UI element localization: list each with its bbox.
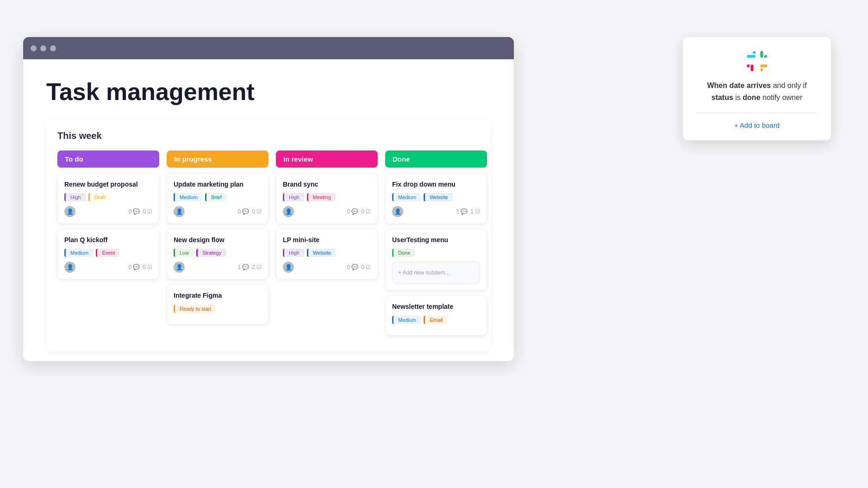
tag-website: Website — [424, 193, 453, 201]
tags-row: High Draft — [64, 193, 152, 201]
card-user-testing: UserTesting menu Done + Add new subitem.… — [385, 229, 487, 291]
tag-meeting: Meeting — [307, 193, 336, 201]
card-title: Integrate Figma — [174, 291, 262, 300]
column-todo: To do Renew budget proposal High Draft 👤 — [57, 150, 159, 340]
tag-done: Done — [392, 249, 415, 257]
card-footer: 👤 0 💬 0 ☑ — [64, 262, 152, 273]
tag-email: Email — [424, 316, 447, 324]
week-label: This week — [57, 131, 480, 141]
card-footer: 👤 0 💬 0 ☑ — [174, 206, 262, 217]
card-title: Plan Q kickoff — [64, 236, 152, 244]
comment-count: 0 💬 — [129, 264, 140, 270]
card-meta: 1 💬 2 ☑ — [238, 264, 262, 270]
card-update-marketing: Update marketing plan Medium Brief 👤 0 💬 — [167, 173, 269, 224]
tag-medium: Medium — [174, 193, 202, 201]
column-header-todo: To do — [57, 150, 159, 168]
card-title: New design flow — [174, 236, 262, 244]
card-title: LP mini-site — [283, 236, 371, 244]
tags-row: High Website — [283, 249, 371, 257]
add-to-board-button[interactable]: + Add to board — [696, 121, 818, 129]
task-count: 0 ☑ — [143, 264, 152, 270]
card-title: Renew budget proposal — [64, 180, 152, 188]
avatar: 👤 — [283, 206, 294, 217]
tag-medium: Medium — [64, 249, 93, 257]
columns-row: To do Renew budget proposal High Draft 👤 — [57, 150, 480, 340]
column-header-done: Done — [385, 150, 487, 168]
tag-high: High — [283, 249, 304, 257]
card-fix-dropdown: Fix drop down menu Medium Website 👤 1 💬 — [385, 173, 487, 224]
card-footer: 👤 0 💬 0 ☑ — [283, 206, 371, 217]
tags-row: Done — [392, 249, 480, 257]
tags-row: High Meeting — [283, 193, 371, 201]
card-new-design-flow: New design flow Low Strategy 👤 1 💬 — [167, 229, 269, 280]
avatar: 👤 — [64, 206, 75, 217]
card-renew-budget: Renew budget proposal High Draft 👤 0 💬 — [57, 173, 159, 224]
card-meta: 0 💬 0 ☑ — [238, 208, 262, 215]
avatar: 👤 — [64, 262, 75, 273]
tag-high: High — [64, 193, 86, 201]
tag-high: High — [283, 193, 304, 201]
card-lp-mini-site: LP mini-site High Website 👤 0 💬 — [276, 229, 378, 280]
tag-event: Event — [96, 249, 119, 257]
card-meta: 0 💬 0 ☑ — [347, 208, 371, 215]
slack-divider — [696, 113, 818, 113]
tag-ready: Ready to start — [174, 305, 216, 313]
card-title: Update marketing plan — [174, 180, 262, 188]
column-header-inreview: In review — [276, 150, 378, 168]
avatar: 👤 — [392, 206, 403, 217]
browser-dot-1 — [31, 45, 37, 51]
card-meta: 1 💬 1 ☑ — [456, 208, 480, 215]
board-container: This week To do Renew budget proposal Hi… — [46, 119, 491, 351]
tags-row: Low Strategy — [174, 249, 262, 257]
card-title: Newsletter template — [392, 302, 480, 311]
browser-dot-2 — [40, 45, 46, 51]
card-title: Brand sync — [283, 180, 371, 188]
browser-content: Task management This week To do Renew bu… — [23, 59, 514, 361]
tags-row: Ready to start — [174, 305, 262, 313]
card-title: UserTesting menu — [392, 236, 480, 244]
tags-row: Medium Event — [64, 249, 152, 257]
column-done: Done Fix drop down menu Medium Website 👤 — [385, 150, 487, 340]
avatar: 👤 — [174, 262, 185, 273]
card-newsletter: Newsletter template Medium Email — [385, 295, 487, 335]
card-meta: 0 💬 0 ☑ — [129, 208, 152, 215]
card-footer: 👤 0 💬 0 ☑ — [283, 262, 371, 273]
tag-website: Website — [307, 249, 336, 257]
subitem-box: + Add new subitem... — [392, 262, 480, 284]
tags-row: Medium Website — [392, 193, 480, 201]
card-meta: 0 💬 0 ☑ — [129, 264, 152, 270]
add-subitem[interactable]: + Add new subitem... — [398, 267, 474, 279]
tag-strategy: Strategy — [196, 249, 226, 257]
page-wrapper: Task management This week To do Renew bu… — [0, 0, 868, 488]
column-inprogress: In progress Update marketing plan Medium… — [167, 150, 269, 340]
card-meta: 0 💬 0 ☑ — [347, 264, 371, 270]
card-title: Fix drop down menu — [392, 180, 480, 188]
browser-bar — [23, 37, 514, 59]
slack-logo — [746, 50, 768, 72]
slack-popup: When date arrives and only if status is … — [683, 37, 831, 140]
avatar: 👤 — [174, 206, 185, 217]
slack-icon — [747, 51, 767, 71]
comment-count: 0 💬 — [129, 208, 140, 215]
tag-low: Low — [174, 249, 194, 257]
tags-row: Medium Brief — [174, 193, 262, 201]
card-integrate-figma: Integrate Figma Ready to start — [167, 284, 269, 324]
card-brand-sync: Brand sync High Meeting 👤 0 💬 — [276, 173, 378, 224]
tag-brief: Brief — [205, 193, 226, 201]
tag-medium: Medium — [392, 193, 421, 201]
card-footer: 👤 0 💬 0 ☑ — [64, 206, 152, 217]
column-inreview: In review Brand sync High Meeting 👤 — [276, 150, 378, 340]
avatar: 👤 — [283, 262, 294, 273]
card-footer: 👤 1 💬 2 ☑ — [174, 262, 262, 273]
page-title: Task management — [46, 78, 491, 106]
tags-row: Medium Email — [392, 316, 480, 324]
slack-notification-text: When date arrives and only if status is … — [696, 80, 818, 103]
tag-draft: Draft — [88, 193, 110, 201]
card-plan-q-kickoff: Plan Q kickoff Medium Event 👤 0 💬 — [57, 229, 159, 280]
column-header-inprogress: In progress — [167, 150, 269, 168]
task-count: 0 ☑ — [143, 208, 152, 215]
card-footer: 👤 1 💬 1 ☑ — [392, 206, 480, 217]
tag-medium: Medium — [392, 316, 421, 324]
browser-window: Task management This week To do Renew bu… — [23, 37, 514, 361]
browser-dot-3 — [50, 45, 56, 51]
